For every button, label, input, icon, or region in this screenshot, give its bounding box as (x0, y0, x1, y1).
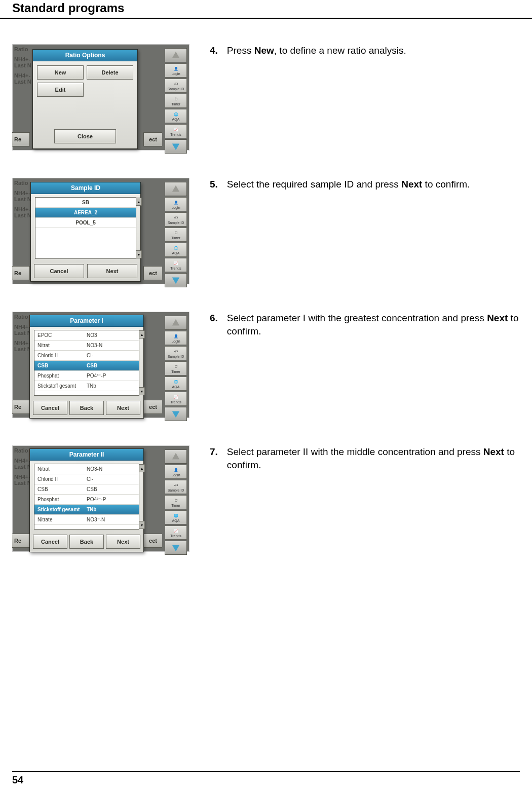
dialog-title: Sample ID (31, 182, 140, 194)
arrow-up-button[interactable] (165, 449, 187, 464)
sidebar-item-label: AQA (172, 118, 180, 121)
person-icon: 👤 (173, 65, 179, 71)
page-footer: 54 (12, 771, 520, 786)
list-item[interactable]: EPOCNO3 (34, 330, 139, 341)
new-button[interactable]: New (37, 65, 84, 80)
ect-button[interactable]: ect (143, 266, 162, 280)
timer-button[interactable]: ⏱Timer (165, 228, 187, 242)
sample-id-dialog: Sample ID SB AEREA_2 POOL_5 ▴ ▾ Cancel N… (30, 182, 141, 282)
sidebar-item-label: Trends (170, 133, 181, 136)
re-button[interactable]: Re (12, 534, 30, 548)
list-item[interactable]: POOL_5 (35, 218, 136, 228)
back-button[interactable]: Back (69, 535, 104, 549)
device-screenshot-6: Ratio NH4+- Last N NH4+- Last N 👤Login 🏷… (12, 312, 189, 418)
chart-icon: 📈 (173, 126, 179, 132)
step-text: Select parameter II with the middle conc… (227, 445, 520, 471)
back-button[interactable]: Back (69, 401, 104, 415)
login-button[interactable]: 👤Login (165, 197, 187, 211)
timer-button[interactable]: ⏱Timer (165, 361, 187, 375)
arrow-down-button[interactable] (165, 541, 187, 555)
list-item[interactable]: NitratNO3-N (34, 341, 139, 351)
scroll-down-icon[interactable]: ▾ (136, 250, 142, 258)
scroll-down-icon[interactable]: ▾ (139, 521, 145, 529)
login-button[interactable]: 👤Login (165, 331, 187, 345)
step-number: 5. (210, 178, 218, 191)
trends-button[interactable]: 📈Trends (165, 124, 187, 138)
trends-button[interactable]: 📈Trends (165, 392, 187, 406)
list-item[interactable]: Stickstoff gesamtTNb (34, 381, 139, 391)
dialog-title: Parameter II (30, 449, 143, 461)
re-button[interactable]: Re (12, 266, 30, 280)
bg-text: Last N (14, 79, 31, 85)
tag-icon: 🏷 (173, 81, 179, 87)
timer-button[interactable]: ⏱Timer (165, 94, 187, 108)
sample-id-button[interactable]: 🏷Sample ID (165, 212, 187, 227)
sidebar-item-label: Timer (171, 102, 180, 106)
list-item[interactable]: CSBCSB (34, 484, 139, 495)
re-button[interactable]: Re (12, 132, 30, 146)
sidebar-item-label: Sample ID (168, 87, 184, 91)
scroll-up-icon[interactable]: ▴ (139, 464, 145, 472)
next-button[interactable]: Next (87, 264, 137, 278)
scroll-down-icon[interactable]: ▾ (139, 387, 145, 395)
arrow-up-button[interactable] (165, 316, 187, 330)
ect-button[interactable]: ect (143, 534, 162, 548)
sample-id-button[interactable]: 🏷Sample ID (165, 346, 187, 360)
login-button[interactable]: 👤Login (165, 465, 187, 479)
cancel-button[interactable]: Cancel (34, 264, 84, 278)
arrow-down-button[interactable] (165, 139, 187, 154)
parameter-list[interactable]: EPOCNO3 NitratNO3-N Chlorid IICl- CSBCSB… (34, 330, 139, 396)
next-button[interactable]: Next (106, 535, 140, 549)
bg-text: Ratio (14, 46, 28, 52)
arrow-down-button[interactable] (165, 407, 187, 421)
step-text: Press New, to define a new ratio analysi… (227, 44, 406, 57)
sidebar: 👤Login 🏷Sample ID ⏱Timer 🌐AQA 📈Trends (164, 48, 187, 154)
scroll-up-icon[interactable]: ▴ (136, 198, 142, 206)
login-button[interactable]: 👤Login (165, 63, 187, 78)
arrow-up-button[interactable] (165, 182, 187, 196)
device-screenshot-7: Ratio NH4+- Last N NH4+- Last N 👤Login 🏷… (12, 445, 189, 552)
next-button[interactable]: Next (106, 401, 140, 415)
list-item[interactable]: PhosphatPO4³⁻-P (34, 371, 139, 381)
list-item[interactable]: NitrateNO3⁻-N (34, 515, 139, 525)
page-header: Standard programs (0, 0, 532, 19)
close-button[interactable]: Close (54, 129, 116, 143)
list-item[interactable]: Chlorid IICl- (34, 474, 139, 484)
sample-id-list[interactable]: SB AEREA_2 POOL_5 ▴ ▾ (35, 197, 136, 259)
arrow-down-button[interactable] (165, 273, 187, 287)
bg-text: NH4+- (14, 56, 30, 62)
list-item-selected[interactable]: Stickstoff gesamtTNb (34, 505, 139, 515)
trends-button[interactable]: 📈Trends (165, 525, 187, 540)
step-number: 7. (210, 445, 218, 471)
aqa-button[interactable]: 🌐AQA (165, 109, 187, 123)
sample-id-button[interactable]: 🏷Sample ID (165, 480, 187, 494)
ect-button[interactable]: ect (143, 132, 162, 146)
dialog-title: Ratio Options (33, 50, 137, 61)
scroll-up-icon[interactable]: ▴ (139, 330, 145, 338)
aqa-button[interactable]: 🌐AQA (165, 243, 187, 257)
trends-button[interactable]: 📈Trends (165, 258, 187, 272)
aqa-button[interactable]: 🌐AQA (165, 510, 187, 524)
ect-button[interactable]: ect (143, 400, 162, 414)
bg-text: NH4+- (14, 72, 30, 79)
edit-button[interactable]: Edit (37, 83, 84, 97)
step-text: Select parameter I with the greatest con… (227, 312, 520, 337)
list-item-selected[interactable]: AEREA_2 (35, 208, 136, 218)
arrow-up-button[interactable] (165, 48, 187, 62)
sidebar-item-label: Login (171, 72, 180, 76)
timer-button[interactable]: ⏱Timer (165, 495, 187, 509)
parameter-list[interactable]: NitratNO3-N Chlorid IICl- CSBCSB Phospha… (34, 464, 139, 530)
list-item[interactable]: NitratNO3-N (34, 464, 139, 474)
list-item-selected[interactable]: CSBCSB (34, 361, 139, 371)
list-item[interactable]: Chlorid IICl- (34, 351, 139, 361)
re-button[interactable]: Re (12, 400, 30, 414)
delete-button[interactable]: Delete (87, 65, 133, 80)
cancel-button[interactable]: Cancel (33, 401, 67, 415)
sample-id-button[interactable]: 🏷Sample ID (165, 79, 187, 93)
list-item[interactable]: SB (35, 198, 136, 208)
cancel-button[interactable]: Cancel (33, 535, 67, 549)
list-item[interactable]: PhosphatPO4³⁻-P (34, 495, 139, 505)
aqa-button[interactable]: 🌐AQA (165, 376, 187, 391)
dialog-title: Parameter I (30, 315, 143, 327)
device-screenshot-5: Ratio NH4+- Last N NH4+- Last N 👤Login 🏷… (12, 178, 189, 284)
